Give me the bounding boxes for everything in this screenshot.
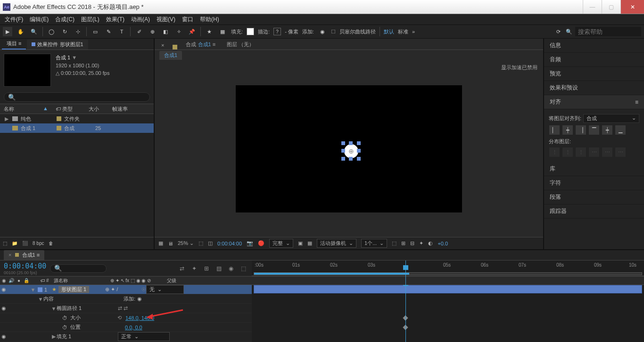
grid-icon[interactable]: ▦ [218,27,227,36]
tl-icon-5[interactable]: ◉ [226,264,236,273]
puppet-tool-icon[interactable]: 📌 [187,27,197,36]
add-menu-icon[interactable]: ◉ [318,27,327,36]
camera-dropdown[interactable]: 活动摄像机⌄ [317,239,356,248]
snapshot-icon[interactable]: 📷 [247,240,253,246]
viewer-tab-layer[interactable]: 图层 （无） [224,40,257,49]
stopwatch-size-icon[interactable]: ⏱ [62,315,67,321]
prop-contents[interactable]: ▼ 内容 添加:◉ [0,294,252,304]
position-value[interactable]: 0.0, 0.0 [125,325,142,330]
solo-col-icon[interactable]: ● [15,278,23,283]
selection-tool-icon[interactable]: ▶ [3,27,12,36]
lock-col-icon[interactable]: 🔒 [23,278,30,283]
menu-edit[interactable]: 编辑(E) [27,15,51,24]
timeline-tab-comp1[interactable]: × 合成1 ≡ [4,250,44,260]
orbit-tool-icon[interactable]: ◯ [47,27,56,36]
stopwatch-pos-icon[interactable]: ⏱ [62,325,67,330]
view4-icon[interactable]: ✦ [419,240,423,246]
prop-size[interactable]: ⏱ 大小 ⟲ 148.0, 148.0 [0,313,252,323]
tab-project[interactable]: 项目 ≡ [2,39,26,49]
delete-icon[interactable]: 🗑 [49,241,53,246]
project-item-comp1[interactable]: 合成 1 合成 25 [0,123,154,133]
menu-file[interactable]: 文件(F) [2,15,26,24]
views-dropdown[interactable]: 1个...⌄ [361,239,387,248]
eye-icon[interactable]: ◉ [0,286,8,293]
panel-preview[interactable]: 预览 [544,67,644,81]
workspace-default[interactable]: 默认 [384,28,394,35]
layer-bar-shape1[interactable] [254,285,642,293]
panel-audio[interactable]: 音频 [544,53,644,67]
menu-view[interactable]: 视图(V) [154,15,178,24]
roi-icon[interactable]: ▣ [298,240,303,246]
menu-effect[interactable]: 效果(T) [103,15,127,24]
panel-effects-presets[interactable]: 效果和预设 [544,81,644,95]
anchor-tool-icon[interactable]: ⊹ [73,27,83,36]
twirl-layer[interactable]: ▼ [30,287,36,293]
eraser-tool-icon[interactable]: ◧ [161,27,170,36]
layer-row-shape1[interactable]: ◉ ▼ 1 ★ 形状图层 1 ⊕ ✦ / ☉ 无⌄ [0,285,252,294]
rect-tool-icon[interactable]: ▭ [91,27,100,36]
minimize-button[interactable]: — [583,0,602,14]
composition-view[interactable]: ⊕ [236,85,462,212]
workspace-standard[interactable]: 标准 [398,28,408,35]
brush-tool-icon[interactable]: ✐ [134,27,144,36]
menu-help[interactable]: 帮助(H) [197,15,222,24]
menu-window[interactable]: 窗口 [179,15,196,24]
timeline-search-input[interactable] [50,264,107,273]
star-icon[interactable]: ★ [205,27,214,36]
hand-tool-icon[interactable]: ✋ [16,27,25,36]
tl-icon-6[interactable]: ⬚ [239,264,248,273]
align-hcenter-icon[interactable]: ┿ [562,125,573,135]
panel-character[interactable]: 字符 [544,176,644,190]
menu-composition[interactable]: 合成(C) [52,15,77,24]
align-top-icon[interactable]: ▔ [588,125,600,135]
bpc-toggle[interactable]: 8 bpc [33,241,44,246]
search-help-input[interactable] [575,27,641,36]
prop-fill[interactable]: ◉▶ 填充 1 正常⌄ [0,332,252,342]
viewer-subtab-comp1[interactable]: 合成1 [159,51,182,60]
panel-info[interactable]: 信息 [544,39,644,53]
align-vcenter-icon[interactable]: ┿ [602,125,613,135]
viewer-tab-x[interactable]: × [158,41,167,49]
panel-tracker[interactable]: 跟踪器 [544,204,644,219]
fill-swatch[interactable] [247,28,254,35]
menu-animation[interactable]: 动画(A) [128,15,153,24]
viewer-canvas[interactable]: 显示加速已禁用 ⊕ [155,60,543,237]
time-ruler[interactable]: :00s 01s 02s 03s 05s 06s 07s 08s 09s 10s [252,261,644,276]
align-bottom-icon[interactable]: ▁ [615,125,626,135]
pen-tool-icon[interactable]: ✎ [104,27,113,36]
clone-tool-icon[interactable]: ⊕ [148,27,157,36]
prop-position[interactable]: ⏱ 位置 0.0, 0.0 [0,323,252,332]
rotate-tool-icon[interactable]: ↻ [60,27,69,36]
parent-dropdown[interactable]: 无⌄ [146,285,184,294]
eye-col-icon[interactable]: ◉ [0,278,8,283]
stroke-swatch[interactable]: ? [273,28,281,35]
resolution-dropdown[interactable]: 完整⌄ [269,239,293,248]
panel-paragraph[interactable]: 段落 [544,190,644,204]
current-timecode[interactable]: 0:00:04:00 [4,262,46,270]
prop-ellipse-path[interactable]: ◉▼ 椭圆路径 1 ⇄ ⇄ [0,304,252,313]
workspace-more[interactable]: » [412,29,415,34]
sync-icon[interactable]: ⟳ [553,27,563,36]
align-left-icon[interactable]: ▏ [549,125,560,135]
transparency-icon[interactable]: ▦ [307,240,312,246]
timecode-display[interactable]: 0:00:04:00 [217,241,242,246]
view2-icon[interactable]: ⊞ [401,240,405,246]
panel-library[interactable]: 库 [544,162,644,176]
size-value[interactable]: 148.0, 148.0 [125,315,154,321]
zoom-dropdown[interactable]: 25% ⌄ [178,240,194,246]
comp-thumbnail[interactable] [4,54,51,87]
tl-icon-1[interactable]: ⇄ [177,264,187,273]
align-right-icon[interactable]: ▕ [575,125,586,135]
timeline-tracks[interactable] [252,285,644,342]
roto-tool-icon[interactable]: ✧ [174,27,183,36]
new-comp-icon[interactable]: ⬛ [22,241,28,246]
close-button[interactable]: ✕ [620,0,644,14]
layer-name[interactable]: 形状图层 1 [58,286,89,293]
panel-align[interactable]: 对齐≡ [544,95,644,109]
exposure-value[interactable]: +0.0 [438,241,448,246]
stroke-width[interactable]: - 像素 [285,28,298,35]
speaker-col-icon[interactable]: 🔊 [8,278,15,283]
channel-icon[interactable]: 🔴 [258,240,264,246]
mask-icon[interactable]: ▦ [158,240,163,246]
new-folder-icon[interactable]: 📁 [12,241,17,246]
